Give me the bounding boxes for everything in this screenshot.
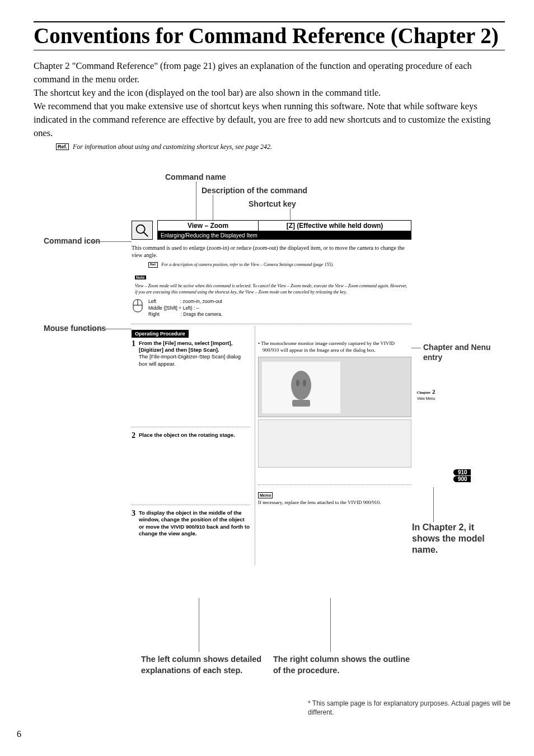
rule-under-title [34, 50, 505, 50]
svg-line-1 [144, 232, 148, 236]
callout-chapter-menu: Chapter and Nenu entry [423, 343, 496, 362]
intro-paragraph-2: The shortcut key and the icon (displayed… [34, 86, 505, 100]
rule-top [34, 21, 505, 22]
svg-point-6 [296, 380, 299, 386]
page-number: 6 [17, 729, 21, 739]
page-title: Conventions for Command Reference (Chapt… [34, 25, 505, 48]
screenshot-image-area [258, 357, 411, 417]
sample-header: View – Zoom [Z] (Effective while held do… [132, 220, 411, 240]
zoom-tool-icon [132, 221, 153, 240]
ref-small-icon: Ref. [148, 262, 158, 268]
line-right-col [330, 598, 331, 652]
sample-note-text: View – Zoom mode will be active when thi… [135, 283, 408, 295]
col-divider [255, 326, 255, 566]
step-1: 1 From the [File] menu, select [Import],… [132, 340, 250, 367]
svg-rect-8 [292, 400, 310, 407]
svg-point-0 [137, 225, 145, 233]
model-910: 910 [453, 469, 471, 475]
callout-description: Description of the command [202, 186, 307, 196]
sample-desc: This command is used to enlarge (zoom-in… [132, 244, 411, 259]
mouse-right: Right : Drags the camera. [148, 311, 222, 318]
step-3: 3 To display the object in the middle of… [132, 510, 250, 537]
footnote: * This sample page is for explanatory pu… [308, 699, 534, 717]
sample-ref-small: Ref. For a description of camera positio… [148, 262, 411, 268]
intro-paragraph-1: Chapter 2 "Command Reference" (from page… [34, 59, 505, 86]
op-header: Operating Procedure [132, 330, 189, 338]
callout-command-name: Command name [165, 172, 226, 183]
model-badge: 910 900 [453, 469, 471, 483]
note-tag: Note [135, 276, 146, 279]
callout-shortcut-key: Shortcut key [249, 199, 296, 209]
sample-page: View – Zoom [Z] (Effective while held do… [132, 220, 411, 648]
screenshot-controls [258, 419, 411, 468]
memo-block: Memo If necessary, replace the lens atta… [258, 492, 411, 506]
mouse-middle: Middle ([Shift] + Left) : – [148, 305, 222, 311]
callout-model: In Chapter 2, it shows the model name. [412, 522, 502, 556]
line-cmd-icon [91, 241, 135, 242]
ref-box-icon: Ref. [56, 143, 69, 150]
ref-text: For information about using and customiz… [73, 143, 272, 151]
memo-text: If necessary, replace the lens attached … [258, 500, 411, 506]
image-area-preview [262, 362, 340, 413]
tab-menu-label: View Menu [416, 397, 436, 401]
mouse-block: Left : zoom-in, zoom-out Middle ([Shift]… [132, 298, 411, 318]
ref-line: Ref. For information about using and cus… [56, 143, 505, 151]
line-model [433, 487, 434, 522]
right-column: • The monochrome monitor image currently… [258, 340, 411, 543]
svg-point-7 [303, 380, 306, 386]
diagram-area: Command name Description of the command … [34, 161, 504, 688]
sample-shortcut: [Z] (Effective while held down) [259, 221, 411, 231]
step-2: 2 Place the object on the rotating stage… [132, 432, 250, 440]
right-bullet: • The monochrome monitor image currently… [258, 340, 411, 353]
mouse-icon [132, 298, 144, 313]
memo-tag: Memo [258, 492, 273, 498]
chapter-tab: Chapter 2 View Menu [416, 388, 436, 401]
line-left-col [199, 598, 199, 652]
sample-cmd-title: View – Zoom [158, 221, 259, 231]
caption-right-column: The right column shows the outline of th… [273, 654, 419, 676]
caption-left-column: The left column shows detailed explanati… [141, 654, 270, 676]
line-mouse [76, 329, 137, 329]
intro-paragraph-3: We recommend that you make extensive use… [34, 100, 505, 140]
two-column: 1 From the [File] menu, select [Import],… [132, 340, 411, 543]
mouse-left: Left : zoom-in, zoom-out [148, 298, 222, 305]
svg-point-5 [291, 371, 311, 400]
model-900: 900 [453, 476, 471, 482]
left-column: 1 From the [File] menu, select [Import],… [132, 340, 250, 543]
sample-subtitle: Enlarging/Reducing the Displayed Item [157, 231, 411, 240]
dotline-1 [132, 324, 411, 324]
